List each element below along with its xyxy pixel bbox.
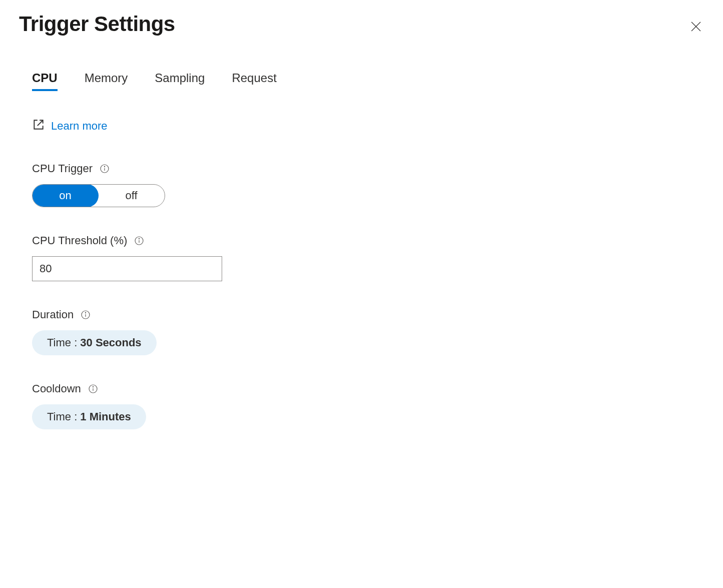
panel-header: Trigger Settings [19, 12, 704, 40]
field-cooldown: Cooldown Time : 1 Minutes [32, 382, 704, 429]
info-icon[interactable] [88, 384, 98, 394]
cooldown-pill-prefix: Time : [47, 410, 77, 423]
svg-point-4 [104, 166, 105, 167]
info-icon[interactable] [100, 164, 110, 174]
toggle-on[interactable]: on [32, 184, 99, 207]
close-icon [690, 19, 702, 36]
toggle-off[interactable]: off [98, 185, 165, 207]
duration-pill-value: 30 Seconds [80, 336, 141, 349]
external-link-icon [32, 118, 45, 134]
close-button[interactable] [685, 15, 707, 40]
field-cpu-threshold: CPU Threshold (%) [32, 234, 704, 281]
tab-request[interactable]: Request [232, 71, 276, 90]
field-label-row: CPU Trigger [32, 162, 704, 175]
cpu-trigger-toggle[interactable]: on off [32, 184, 165, 207]
duration-pill-prefix: Time : [47, 336, 77, 349]
cpu-trigger-label: CPU Trigger [32, 162, 93, 175]
tab-sampling[interactable]: Sampling [155, 71, 205, 90]
cpu-threshold-input[interactable] [32, 256, 222, 281]
svg-point-13 [93, 386, 93, 387]
learn-more-link[interactable]: Learn more [32, 118, 108, 134]
field-label-row: Cooldown [32, 382, 704, 395]
trigger-settings-panel: Trigger Settings CPU Memory Sampling Req… [0, 0, 723, 468]
duration-pill[interactable]: Time : 30 Seconds [32, 330, 157, 355]
panel-title: Trigger Settings [19, 12, 175, 36]
info-icon[interactable] [81, 310, 91, 320]
cooldown-pill[interactable]: Time : 1 Minutes [32, 404, 146, 429]
duration-label: Duration [32, 308, 74, 321]
field-label-row: Duration [32, 308, 704, 321]
field-duration: Duration Time : 30 Seconds [32, 308, 704, 355]
field-label-row: CPU Threshold (%) [32, 234, 704, 247]
field-cpu-trigger: CPU Trigger on off [32, 162, 704, 207]
panel-content: CPU Memory Sampling Request Learn more C… [19, 40, 704, 429]
tab-cpu[interactable]: CPU [32, 71, 58, 90]
tab-bar: CPU Memory Sampling Request [32, 71, 704, 90]
tab-memory[interactable]: Memory [85, 71, 128, 90]
cpu-threshold-label: CPU Threshold (%) [32, 234, 127, 247]
cooldown-label: Cooldown [32, 382, 81, 395]
svg-point-10 [86, 312, 86, 313]
learn-more-label: Learn more [51, 120, 108, 133]
info-icon[interactable] [134, 236, 144, 246]
cooldown-pill-value: 1 Minutes [80, 410, 131, 423]
svg-point-7 [139, 238, 140, 239]
